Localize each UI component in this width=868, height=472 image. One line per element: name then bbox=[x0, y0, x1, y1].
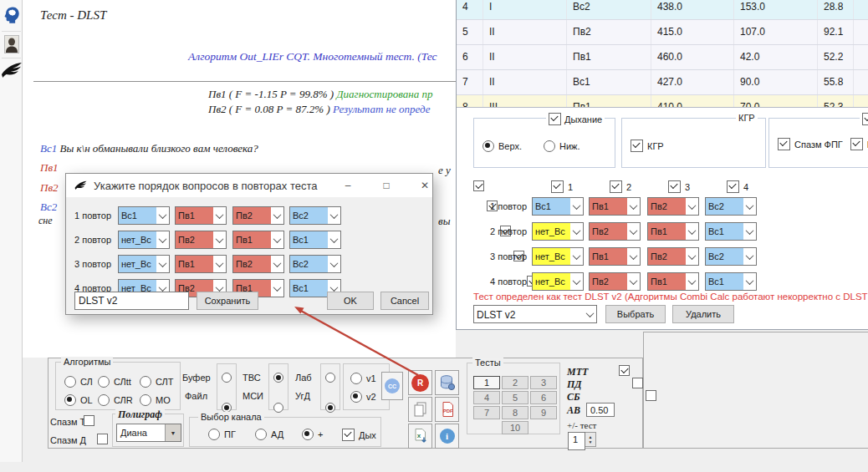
dlg-repeat2-combo3[interactable]: Пв1 bbox=[232, 231, 284, 249]
repeat3-combo1[interactable]: нет_Вс bbox=[532, 247, 584, 266]
v2-option[interactable]: v2 bbox=[350, 391, 376, 403]
polygraph-select[interactable]: Диана ▼ bbox=[116, 424, 181, 442]
algo-slt-option[interactable]: СЛТ bbox=[140, 376, 174, 388]
dlg-repeat1-combo2[interactable]: Пв1 bbox=[175, 206, 227, 225]
database-button[interactable] bbox=[435, 370, 459, 395]
repeat4-combo1[interactable]: нет_Вс bbox=[532, 272, 584, 291]
channel-breath-option[interactable]: Дых bbox=[342, 429, 376, 441]
excel-export-button[interactable]: x bbox=[408, 424, 432, 449]
test-button-4[interactable]: 4 bbox=[473, 391, 500, 404]
test-number-stepper[interactable]: 1 ▲▼ bbox=[568, 432, 596, 447]
pg-radio[interactable] bbox=[208, 429, 220, 440]
v1-radio[interactable] bbox=[350, 373, 362, 384]
table-row[interactable]: 7 II Вс1 427.0 90.0 55.8 bbox=[457, 70, 868, 95]
minimize-icon[interactable]: – bbox=[335, 176, 360, 195]
repeat2-combo3[interactable]: Пв1 bbox=[647, 222, 699, 241]
repeat3-combo3[interactable]: Пв2 bbox=[647, 247, 699, 266]
examiner-photo-icon[interactable] bbox=[4, 35, 19, 53]
tvs-radio[interactable] bbox=[273, 373, 283, 383]
algo-sl-option[interactable]: СЛ bbox=[64, 376, 93, 388]
repeat3-combo2[interactable]: Пв1 bbox=[589, 247, 641, 266]
dlg-repeat2-combo1[interactable]: нет_Вс bbox=[118, 231, 170, 249]
test-button-5[interactable]: 5 bbox=[502, 391, 528, 404]
v1-option[interactable]: v1 bbox=[350, 373, 376, 384]
col-check-2[interactable]: 2 bbox=[610, 180, 631, 193]
repeat4-combo4[interactable]: Вс1 bbox=[705, 272, 757, 291]
close-icon[interactable]: ✕ bbox=[412, 176, 437, 195]
test-button-6[interactable]: 6 bbox=[530, 391, 557, 404]
test-button-10[interactable]: 10 bbox=[502, 421, 528, 434]
channel-ad-option[interactable]: АД bbox=[255, 429, 283, 440]
algo-sltt-option[interactable]: СЛtt bbox=[98, 376, 131, 388]
dlg-repeat2-combo2[interactable]: Пв2 bbox=[175, 231, 227, 249]
upper-radio[interactable] bbox=[483, 140, 494, 152]
choose-test-button[interactable]: Выбрать bbox=[605, 305, 666, 323]
test-button-2[interactable]: 2 bbox=[502, 376, 528, 389]
repeat2-combo1[interactable]: нет_Вс bbox=[532, 222, 584, 241]
test-button-8[interactable]: 8 bbox=[502, 406, 528, 419]
test-button-1[interactable]: 1 bbox=[473, 376, 500, 389]
msi-radio[interactable] bbox=[273, 403, 283, 413]
table-row[interactable]: 8 III Пв1 410.0 70.0 52.3 bbox=[457, 95, 868, 108]
sl-radio[interactable] bbox=[64, 376, 76, 388]
profile-brain-icon[interactable] bbox=[3, 5, 21, 25]
repeat2-combo4[interactable]: Вс1 bbox=[705, 222, 757, 241]
kgr-checkbox[interactable] bbox=[631, 140, 643, 152]
dlg-repeat1-combo4[interactable]: Вс2 bbox=[289, 206, 341, 225]
select-all-checkbox[interactable] bbox=[473, 180, 484, 191]
test-button-9[interactable]: 9 bbox=[530, 406, 557, 419]
eagle-icon[interactable] bbox=[1, 62, 23, 80]
fpg-title-checkbox[interactable] bbox=[862, 113, 868, 125]
test-select-combo[interactable]: DLST v2 bbox=[473, 305, 597, 323]
col2-checkbox[interactable] bbox=[610, 180, 622, 193]
col4-checkbox[interactable] bbox=[727, 180, 739, 193]
repeat4-combo3[interactable]: Пв1 bbox=[647, 272, 699, 291]
ugd-radio[interactable] bbox=[325, 403, 335, 413]
test-button-3[interactable]: 3 bbox=[530, 376, 557, 389]
algo-slr-option[interactable]: СЛR bbox=[98, 394, 133, 406]
av-value-field[interactable]: 0.50 bbox=[586, 403, 615, 417]
algo-ol-option[interactable]: OL bbox=[64, 394, 93, 406]
repeat2-combo2[interactable]: Пв2 bbox=[589, 222, 641, 241]
lab-radio[interactable] bbox=[325, 373, 335, 383]
mtt-checkbox[interactable] bbox=[619, 365, 630, 376]
breath-lower-option[interactable]: Ниж. bbox=[544, 140, 580, 152]
stepper-value[interactable]: 1 bbox=[568, 432, 585, 450]
maximize-icon[interactable]: □ bbox=[374, 176, 399, 195]
repeat1-combo4[interactable]: Вс2 bbox=[705, 197, 757, 216]
table-row[interactable]: 6 II Пв1 460.0 42.0 52.2 bbox=[457, 45, 868, 70]
delete-test-button[interactable]: Удалить bbox=[672, 305, 734, 323]
table-row[interactable]: 4 I Вс2 438.0 153.0 28.8 bbox=[457, 0, 868, 20]
spazm-t-checkbox[interactable] bbox=[84, 415, 94, 426]
mo-radio[interactable] bbox=[140, 394, 151, 406]
dlg-repeat3-combo3[interactable]: Пв2 bbox=[232, 255, 284, 273]
channel-pg-option[interactable]: ПГ bbox=[208, 429, 236, 440]
ad-radio[interactable] bbox=[255, 429, 267, 440]
ol-radio[interactable] bbox=[64, 394, 76, 406]
dropdown-arrow-icon[interactable]: ▼ bbox=[165, 424, 181, 441]
repeat4-combo2[interactable]: Пв2 bbox=[589, 272, 641, 291]
table-row[interactable]: 5 II Пв2 415.0 107.0 92.1 bbox=[457, 20, 868, 45]
sltt-radio[interactable] bbox=[98, 376, 110, 388]
channel-plus-option[interactable]: + bbox=[302, 429, 323, 440]
col1-checkbox[interactable] bbox=[551, 180, 564, 193]
measurements-table[interactable]: 4 I Вс2 438.0 153.0 28.8 5 II Пв2 415.0 … bbox=[457, 0, 868, 108]
col3-checkbox[interactable] bbox=[668, 180, 681, 193]
stepper-arrows[interactable]: ▲▼ bbox=[585, 432, 596, 447]
dlg-repeat1-combo3[interactable]: Пв2 bbox=[232, 206, 284, 225]
cc-button[interactable]: CC bbox=[381, 372, 403, 400]
breath-checkbox[interactable] bbox=[549, 113, 561, 125]
breath-dyh-checkbox[interactable] bbox=[342, 429, 355, 441]
col-check-1[interactable]: 1 bbox=[551, 180, 573, 193]
fpg-po-checkbox[interactable] bbox=[850, 138, 863, 150]
repeat1-combo3[interactable]: Пв2 bbox=[647, 197, 699, 216]
fpg-spasm-option[interactable]: Спазм ФПГ По bbox=[778, 138, 868, 150]
test-button-7[interactable]: 7 bbox=[473, 406, 500, 419]
save-button[interactable]: Сохранить bbox=[197, 292, 258, 310]
dlg-repeat2-combo4[interactable]: Вс1 bbox=[289, 231, 341, 249]
fpg-spasm-checkbox[interactable] bbox=[778, 138, 790, 150]
repeat1-combo1[interactable]: Вс1 bbox=[532, 197, 584, 216]
dlg-repeat3-combo4[interactable]: Вс2 bbox=[289, 255, 341, 273]
dlg-repeat3-combo2[interactable]: Пв1 bbox=[175, 255, 227, 273]
plus-radio[interactable] bbox=[302, 429, 314, 440]
